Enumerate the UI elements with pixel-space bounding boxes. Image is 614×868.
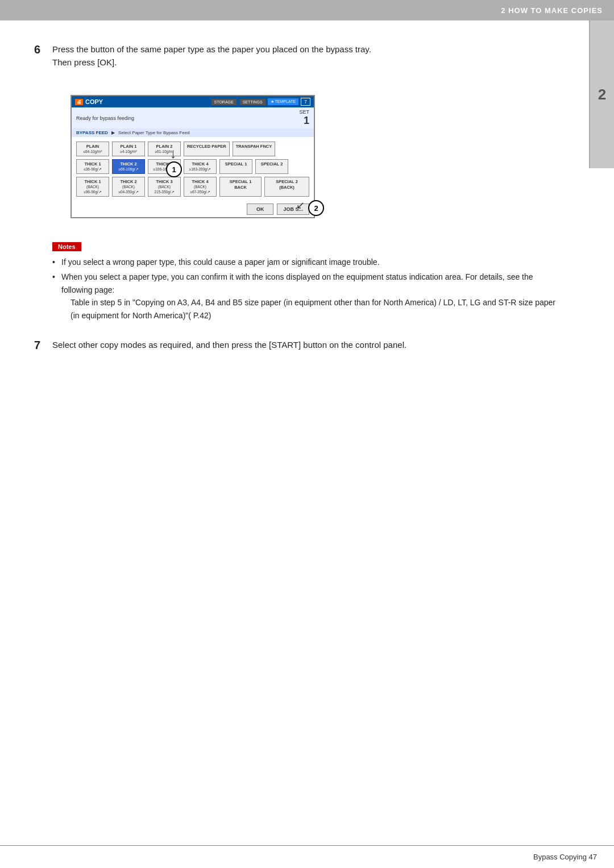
paper-recycled[interactable]: RECYCLED PAPER <box>184 142 230 156</box>
screen-tab-template[interactable]: ★ TEMPLATE <box>268 98 298 105</box>
paper-thick1-back[interactable]: THICK 1 (BACK) ≥96-90g/↗ <box>76 177 109 197</box>
paper-thick4-back[interactable]: THICK 4 (BACK) ≥67-350g/↗ <box>184 177 217 197</box>
notes-item-2-text: When you select a paper type, you can co… <box>61 272 533 294</box>
callout-2-label: 2 <box>314 204 318 213</box>
notes-section: Notes If you select a wrong paper type, … <box>52 241 557 322</box>
paper-row-3: THICK 1 (BACK) ≥96-90g/↗ THICK 2 (BACK) … <box>76 177 309 197</box>
screen-status-text: Ready for bypass feeding <box>76 115 134 121</box>
screen-bypass-instruction: Select Paper Type for Bypass Feed <box>118 130 190 135</box>
screen-footer: OK JOB S... <box>72 201 314 217</box>
screen-mockup-container: 🖨 COPY STORAGE SETTINGS ★ TEMPLATE 7 Rea… <box>52 85 315 229</box>
screen-bypass-label: BYPASS FEED <box>76 130 108 135</box>
step6-line1: Press the button of the same paper type … <box>52 44 371 54</box>
paper-thick2[interactable]: THICK 2 ≥66-106g/↗ <box>112 159 145 174</box>
footer-text: Bypass Copying 47 <box>533 853 597 861</box>
step6-text: Press the button of the same paper type … <box>52 43 371 69</box>
screen-tab-number: 7 <box>301 98 310 106</box>
step7-text: Select other copy modes as required, and… <box>52 339 406 352</box>
step6-number: 6 <box>34 43 52 56</box>
paper-thick3-back[interactable]: THICK 3 (BACK) 215-350g/↗ <box>148 177 181 197</box>
screen-set-label: SET <box>299 109 309 115</box>
screen-bypass-bar: BYPASS FEED ▶ Select Paper Type for Bypa… <box>72 128 314 137</box>
main-content: 6 Press the button of the same paper typ… <box>0 20 614 402</box>
callout-1: 1 <box>166 161 182 177</box>
screen-ok-button[interactable]: OK <box>247 203 274 215</box>
paper-plain[interactable]: PLAIN ≤64-10g/m² <box>76 142 109 156</box>
step6-line2: Then press [OK]. <box>52 57 117 67</box>
callout-1-arrow: ↓ <box>170 147 176 161</box>
callout-1-label: 1 <box>172 165 176 174</box>
chapter-tab: 2 <box>589 20 614 168</box>
step7-number: 7 <box>34 339 52 352</box>
screen-tab-storage[interactable]: STORAGE <box>211 99 237 105</box>
paper-transpah[interactable]: TRANSPAH FNCY <box>233 142 276 156</box>
screen-title-bar: 🖨 COPY STORAGE SETTINGS ★ TEMPLATE 7 <box>72 96 314 107</box>
notes-item-1: If you select a wrong paper type, this c… <box>52 256 557 268</box>
paper-special1[interactable]: SPECIAL 1 <box>219 159 252 174</box>
header-title: 2 HOW TO MAKE COPIES <box>501 6 603 15</box>
screen-set-number: SET 1 <box>299 109 309 127</box>
header-bar: 2 HOW TO MAKE COPIES <box>0 0 614 20</box>
paper-thick2-back[interactable]: THICK 2 (BACK) ≥04-350g/↗ <box>112 177 145 197</box>
screen-set-value: 1 <box>299 115 309 127</box>
notes-item-2-sub: Table in step 5 in "Copying on A3, A4, B… <box>61 296 557 322</box>
paper-row-2: THICK 1 ≤36-90g/↗ THICK 2 ≥66-106g/↗ THI… <box>76 159 309 174</box>
screen-copy-label: COPY <box>85 98 103 105</box>
notes-list: If you select a wrong paper type, this c… <box>52 256 557 322</box>
step7: 7 Select other copy modes as required, a… <box>34 339 557 352</box>
paper-thick1[interactable]: THICK 1 ≤36-90g/↗ <box>76 159 109 174</box>
notes-badge: Notes <box>52 242 81 251</box>
paper-thick4[interactable]: THICK 4 ≥163-200g/↗ <box>184 159 217 174</box>
screen-status-bar: Ready for bypass feeding SET 1 <box>72 107 314 128</box>
paper-special2-back[interactable]: SPECIAL 2 (BACK) <box>264 177 309 197</box>
copy-icon: 🖨 <box>75 99 83 105</box>
bottom-bar: Bypass Copying 47 <box>0 845 614 868</box>
notes-item-2: When you select a paper type, you can co… <box>52 271 557 322</box>
screen-tab-settings[interactable]: SETTINGS <box>240 99 265 105</box>
paper-plain1[interactable]: PLAIN 1 ≥4-10g/m² <box>112 142 145 156</box>
paper-row-1: PLAIN ≤64-10g/m² PLAIN 1 ≥4-10g/m² PLAIN… <box>76 142 309 156</box>
step6: 6 Press the button of the same paper typ… <box>34 43 557 69</box>
callout-2-arrow: ↙ <box>296 199 305 211</box>
paper-special1-back[interactable]: SPECIAL 1 BACK <box>219 177 262 197</box>
paper-special2[interactable]: SPECIAL 2 <box>255 159 288 174</box>
chapter-tab-label: 2 <box>598 86 606 103</box>
screen-mockup: 🖨 COPY STORAGE SETTINGS ★ TEMPLATE 7 Rea… <box>70 95 315 218</box>
screen-bypass-arrow: ▶ <box>111 130 115 135</box>
paper-grid: PLAIN ≤64-10g/m² PLAIN 1 ≥4-10g/m² PLAIN… <box>72 137 314 201</box>
callout-2: 2 <box>308 200 324 216</box>
